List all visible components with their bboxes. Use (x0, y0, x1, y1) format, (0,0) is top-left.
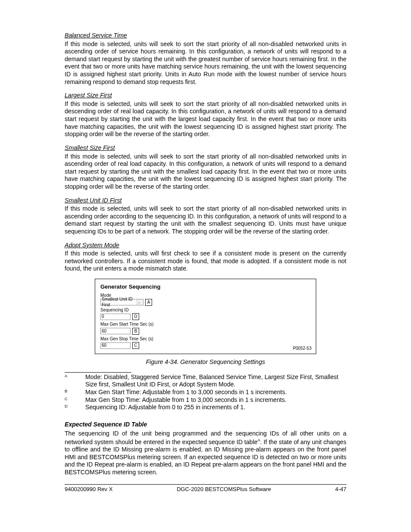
sec-body: If this mode is selected, units will fir… (65, 250, 346, 273)
chevron-down-icon: ⌄ (137, 299, 142, 305)
max-stop-time-input[interactable]: 60 (100, 342, 131, 349)
annotation-letter: D (132, 313, 139, 320)
sequencing-id-input[interactable]: 0 (100, 314, 131, 320)
sec-heading-largest-first: Largest Size First (65, 92, 346, 100)
figure-code: P0052-53 (293, 346, 311, 352)
footnote-sup: D (65, 404, 85, 411)
page-footer: 9400200990 Rev X DGC-2020 BESTCOMSPlus S… (65, 484, 346, 493)
value: 0 (102, 314, 104, 320)
field-label-start: Max Gen Start Time Sec (s) (100, 322, 311, 327)
figure-title: Generator Sequencing (100, 283, 311, 290)
sec-heading-smallest-first: Smallest Size First (65, 144, 346, 152)
section-heading-expected-table: Expected Sequence ID Table (65, 421, 346, 429)
sec-body: If this mode is selected, units will see… (65, 205, 346, 235)
mode-select[interactable]: Smallest Unit ID First ⌄ (100, 299, 143, 305)
sec-body: The sequencing ID of the unit being prog… (65, 430, 346, 476)
value: 60 (102, 343, 106, 348)
max-start-time-input[interactable]: 60 (100, 328, 131, 334)
sec-body: If this mode is selected, units will see… (65, 100, 346, 138)
footnote-rule (65, 372, 131, 373)
footnote-text: Max Gen Start Time: Adjustable from 1 to… (85, 389, 346, 396)
sec-heading-balanced-service-time: Balanced Service Time (65, 32, 346, 40)
value: 60 (102, 329, 106, 334)
sec-body: If this mode is selected, units will see… (65, 153, 346, 191)
footnote-text: Max Gen Stop Time: Adjustable from 1 to … (85, 396, 346, 404)
annotation-letter: B (132, 328, 139, 335)
sec-heading-smallest-id-first: Smallest Unit ID First (65, 197, 346, 205)
sec-body: If this mode is selected, units will see… (65, 40, 346, 86)
figure-generator-sequencing: Generator Sequencing Mode Smallest Unit … (95, 279, 316, 354)
mode-select-value: Smallest Unit ID First (102, 297, 137, 308)
footnote-sup: C (65, 396, 85, 404)
figure-caption: Figure 4-34. Generator Sequencing Settin… (65, 358, 346, 366)
footnote-text: Sequencing ID: Adjustable from 0 to 255 … (85, 404, 346, 411)
footer-center: DGC-2020 BESTCOMSPlus Software (177, 486, 271, 493)
footnote-text: Mode: Disabled, Staggered Service Time, … (85, 373, 346, 389)
field-label-stop: Max Gen Stop Time Sec (s) (100, 336, 311, 342)
sec-heading-adopt-system-mode: Adopt System Mode (65, 242, 346, 249)
footnotes: A Mode: Disabled, Staggered Service Time… (65, 373, 346, 411)
footnote-sup: A (65, 373, 85, 389)
annotation-letter: C (132, 342, 139, 349)
footer-left: 9400200990 Rev X (65, 486, 112, 493)
field-label-seqid: Sequencing ID (100, 308, 311, 313)
annotation-letter: A (145, 299, 152, 306)
footer-right: 4-47 (335, 486, 346, 493)
footnote-sup: B (65, 389, 85, 396)
